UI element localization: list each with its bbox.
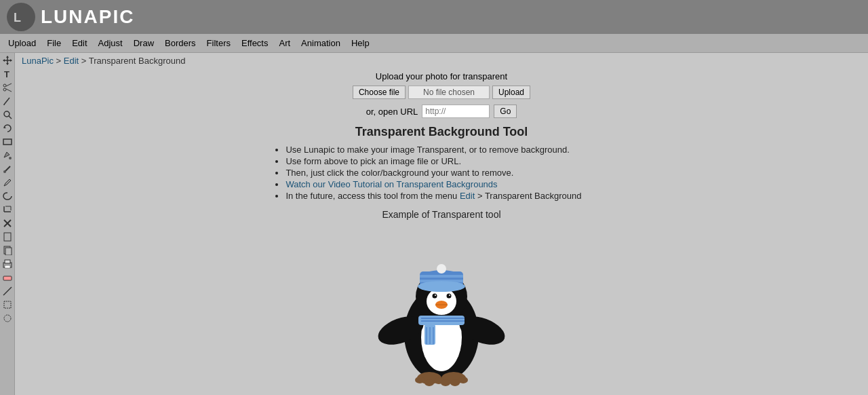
edit-menu-link[interactable]: Edit (460, 191, 475, 201)
example-section: Example of Transparent tool (22, 209, 861, 395)
menu-animation[interactable]: Animation (296, 36, 346, 50)
tool-zoom[interactable] (1, 109, 14, 121)
tool-print[interactable] (1, 258, 14, 270)
menu-filters[interactable]: Filters (201, 36, 236, 50)
choose-file-button[interactable]: Choose file (353, 86, 406, 99)
svg-line-13 (4, 98, 9, 105)
menu-edit[interactable]: Edit (66, 36, 92, 50)
tool-rectangle[interactable] (1, 136, 14, 148)
content: LunaPic > Edit > Transparent Background … (15, 53, 868, 395)
svg-marker-4 (6, 56, 9, 58)
svg-rect-18 (3, 139, 12, 145)
upload-title: Upload your photo for transparent (22, 71, 861, 81)
svg-rect-32 (5, 260, 10, 263)
menu-draw[interactable]: Draw (128, 36, 159, 50)
svg-point-70 (441, 379, 450, 386)
svg-point-19 (9, 157, 12, 159)
svg-point-10 (3, 88, 6, 91)
menu-file[interactable]: File (41, 36, 66, 50)
svg-line-11 (6, 83, 12, 86)
svg-point-9 (3, 84, 6, 87)
instruction-3: Then, just click the color/background yo… (285, 168, 861, 178)
svg-marker-6 (3, 59, 5, 62)
svg-rect-36 (4, 301, 11, 308)
tool-paint-bucket[interactable] (1, 149, 14, 162)
tool-doc[interactable] (1, 231, 14, 243)
svg-point-15 (4, 111, 9, 117)
instruction-5: In the future, access this tool from the… (285, 191, 861, 201)
svg-marker-7 (10, 59, 12, 62)
menu-upload[interactable]: Upload (3, 36, 41, 50)
tool-pen[interactable] (1, 176, 14, 189)
svg-rect-33 (5, 265, 10, 268)
or-open-url-label: or, open URL (366, 107, 418, 117)
menu-help[interactable]: Help (346, 36, 375, 50)
breadcrumb-lunapic[interactable]: LunaPic (22, 56, 54, 66)
instructions: Use Lunapic to make your image Transpare… (273, 145, 861, 201)
tool-brush[interactable] (1, 163, 14, 175)
tool-crop[interactable] (1, 204, 14, 216)
url-input[interactable] (422, 105, 490, 118)
svg-point-49 (449, 295, 450, 296)
tool-move[interactable] (1, 54, 14, 67)
upload-button[interactable]: Upload (492, 86, 530, 99)
tool-circle-select[interactable] (1, 312, 14, 324)
tool-doc2[interactable] (1, 244, 14, 257)
tool-title: Transparent Background Tool (22, 125, 861, 139)
svg-point-72 (458, 377, 468, 383)
svg-rect-55 (420, 275, 463, 278)
svg-line-12 (6, 89, 12, 92)
menu-effects[interactable]: Effects (236, 36, 274, 50)
instruction-1: Use Lunapic to make your image Transpare… (285, 145, 861, 155)
svg-point-67 (415, 377, 425, 383)
svg-marker-5 (6, 63, 9, 65)
tool-close[interactable] (1, 217, 14, 229)
breadcrumb-edit[interactable]: Edit (64, 56, 79, 66)
url-row: or, open URL Go (22, 105, 861, 118)
svg-point-48 (447, 294, 452, 299)
svg-point-21 (3, 170, 6, 173)
tool-scissors[interactable] (1, 81, 14, 94)
main-layout: T (0, 53, 868, 395)
tool-pencil[interactable] (1, 95, 14, 107)
tool-rotate[interactable] (1, 122, 14, 134)
file-chosen-text: No file chosen (408, 86, 490, 99)
example-title: Example of Transparent tool (22, 209, 861, 220)
instruction-4: Watch our Video Tutorial on Transparent … (285, 179, 861, 189)
menu-art[interactable]: Art (273, 36, 296, 50)
left-toolbar: T (0, 53, 15, 395)
breadcrumb: LunaPic > Edit > Transparent Background (22, 56, 861, 66)
menu-borders[interactable]: Borders (159, 36, 201, 50)
header: L LUNAPIC (0, 0, 868, 34)
penguin-svg (340, 225, 543, 388)
svg-point-0 (7, 3, 35, 31)
tool-square-select[interactable] (1, 299, 14, 311)
tool-line[interactable] (1, 285, 14, 297)
instruction-2: Use form above to pick an image file or … (285, 156, 861, 166)
logo-area: L LUNAPIC (7, 3, 134, 31)
upload-section: Upload your photo for transparent Choose… (22, 71, 861, 118)
svg-rect-34 (3, 276, 12, 280)
breadcrumb-sep2: > (79, 56, 89, 66)
upload-row: Choose file No file chosen Upload (22, 86, 861, 99)
tool-lasso[interactable] (1, 190, 14, 202)
tool-eraser[interactable] (1, 271, 14, 284)
tool-text[interactable]: T (1, 68, 14, 80)
menubar: Upload File Edit Adjust Draw Borders Fil… (0, 34, 868, 53)
svg-point-71 (450, 379, 460, 386)
svg-point-68 (425, 379, 434, 386)
svg-rect-28 (4, 233, 11, 241)
svg-text:T: T (4, 69, 9, 79)
menu-adjust[interactable]: Adjust (93, 36, 128, 50)
svg-point-54 (418, 281, 465, 292)
video-tutorial-link[interactable]: Watch our Video Tutorial on Transparent … (285, 179, 497, 189)
svg-line-16 (9, 116, 12, 119)
svg-line-35 (3, 287, 12, 295)
logo-icon: L (7, 3, 35, 31)
svg-point-37 (4, 315, 11, 322)
svg-point-46 (435, 295, 436, 296)
svg-rect-30 (5, 248, 12, 255)
svg-point-45 (433, 294, 437, 299)
go-button[interactable]: Go (494, 105, 517, 118)
logo-text: LUNAPIC (41, 6, 134, 28)
